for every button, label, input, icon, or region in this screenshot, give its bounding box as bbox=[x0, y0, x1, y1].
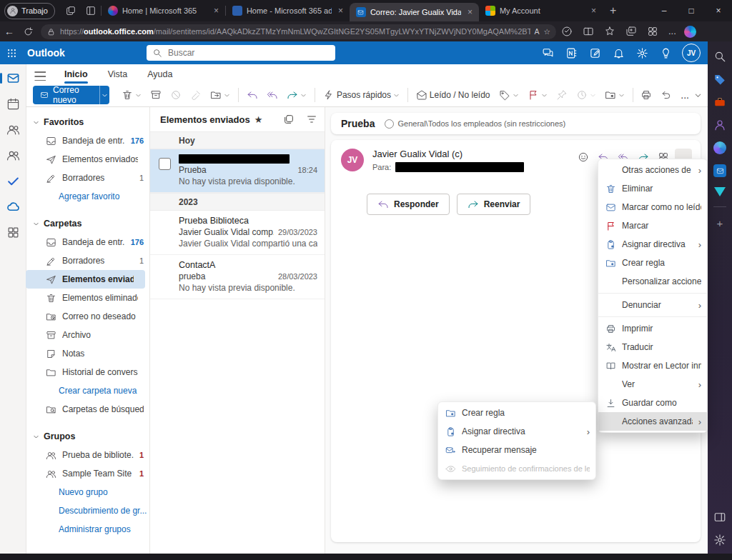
folder-item-inbox-fav[interactable]: Bandeja de entr...176 bbox=[26, 131, 149, 150]
message-row-selected[interactable]: Prueba18:24 No hay vista previa disponib… bbox=[150, 149, 325, 193]
search-box[interactable] bbox=[147, 45, 335, 61]
copilot-icon[interactable] bbox=[684, 26, 696, 38]
window-minimize-button[interactable]: – bbox=[651, 0, 678, 21]
url-box[interactable]: https://outlook.office.com/mail/sentitem… bbox=[41, 24, 556, 39]
favorite-star-icon[interactable]: ★ bbox=[254, 114, 263, 125]
favorites-icon[interactable] bbox=[604, 26, 615, 37]
message-row[interactable]: ContactA prueba28/03/2023 No hay vista p… bbox=[150, 255, 325, 299]
browser-essentials-icon[interactable] bbox=[561, 26, 573, 37]
submenu-item-create-rule[interactable]: Crear regla bbox=[438, 404, 595, 422]
add-favorite-link[interactable]: Agregar favorito bbox=[26, 187, 149, 206]
folder-item-inbox[interactable]: Bandeja de entr...176 bbox=[26, 233, 149, 251]
folder-item-junk[interactable]: Correo no deseado bbox=[26, 307, 149, 326]
sweep-button[interactable] bbox=[187, 86, 205, 104]
favorites-section-header[interactable]: Favoritos bbox=[26, 113, 149, 131]
menu-item-other-reply-actions[interactable]: Otras acciones de respu...› bbox=[598, 161, 707, 179]
split-screen-icon[interactable] bbox=[583, 26, 594, 37]
sidebar-add-icon[interactable]: + bbox=[717, 217, 723, 229]
browser-more-button[interactable]: ... bbox=[668, 26, 676, 37]
ribbon-tab-ayuda[interactable]: Ayuda bbox=[140, 66, 179, 82]
submenu-item-assign-policy[interactable]: Asignar directiva› bbox=[438, 422, 595, 441]
tab-close-icon[interactable]: × bbox=[465, 7, 475, 17]
folder-item-drafts-fav[interactable]: Borradores1 bbox=[26, 169, 149, 187]
responder-button[interactable]: Responder bbox=[367, 194, 450, 215]
app-launcher-button[interactable] bbox=[0, 48, 23, 59]
new-mail-split-button[interactable]: Correo nuevo bbox=[33, 86, 109, 104]
ribbon-tab-inicio[interactable]: Inicio bbox=[57, 66, 95, 82]
tab-my-account[interactable]: My Account × bbox=[479, 1, 603, 21]
tips-bulb-icon[interactable] bbox=[660, 47, 672, 59]
menu-item-create-rule[interactable]: Crear regla bbox=[598, 254, 707, 272]
group-header-today[interactable]: Hoy bbox=[150, 131, 325, 149]
sidebar-search-icon[interactable] bbox=[713, 50, 726, 63]
delete-button[interactable] bbox=[118, 86, 145, 104]
onenote-icon[interactable] bbox=[565, 47, 578, 59]
menu-item-mark-unread[interactable]: Marcar como no leído bbox=[598, 198, 707, 216]
sensitivity-label[interactable]: General\Todos los empleados (sin restric… bbox=[385, 119, 565, 129]
rules-button[interactable] bbox=[601, 86, 628, 104]
message-checkbox[interactable] bbox=[159, 158, 171, 170]
nav-toggle-icon[interactable] bbox=[33, 68, 46, 81]
vertical-tabs-icon[interactable] bbox=[85, 5, 97, 16]
tab-outlook-active[interactable]: Correo: Javier Gualix Vidal (c) - O × bbox=[350, 3, 479, 21]
contacts-icon[interactable] bbox=[713, 119, 726, 131]
todo-module-icon[interactable] bbox=[6, 174, 20, 188]
menu-item-assign-policy[interactable]: Asignar directiva› bbox=[598, 235, 707, 254]
sidebar-panel-icon[interactable] bbox=[713, 511, 726, 524]
people-module-icon[interactable] bbox=[6, 123, 20, 136]
read-unread-button[interactable]: Leído / No leído bbox=[412, 86, 494, 104]
shopping-tag-icon[interactable] bbox=[713, 73, 726, 86]
group-item-prueba[interactable]: Prueba de bibliote...1 bbox=[26, 446, 149, 464]
group-header-2023[interactable]: 2023 bbox=[150, 193, 325, 211]
m365-admin-icon[interactable] bbox=[713, 96, 726, 109]
menu-item-delete[interactable]: Eliminar bbox=[598, 179, 707, 198]
reenviar-button[interactable]: Reenviar bbox=[457, 194, 531, 215]
filter-icon[interactable] bbox=[306, 114, 317, 125]
archive-button[interactable] bbox=[147, 86, 165, 104]
ribbon-collapse-button[interactable] bbox=[694, 91, 702, 99]
calendar-module-icon[interactable] bbox=[6, 97, 20, 111]
groups-section-header[interactable]: Grupos bbox=[26, 427, 149, 446]
tab-home-m365[interactable]: Home | Microsoft 365 × bbox=[102, 1, 225, 21]
move-to-button[interactable] bbox=[207, 86, 234, 104]
folder-item-search-folders[interactable]: Carpetas de búsqueda bbox=[26, 400, 149, 419]
teams-chat-icon[interactable] bbox=[542, 47, 554, 59]
new-mail-dropdown[interactable] bbox=[99, 86, 110, 104]
sender-avatar[interactable]: JV bbox=[341, 149, 364, 171]
more-commands-button[interactable]: ... bbox=[677, 86, 693, 104]
message-row[interactable]: Prueba Biblioteca Javier Gualix Vidal co… bbox=[150, 211, 325, 255]
new-folder-link[interactable]: Crear carpeta nueva bbox=[26, 381, 149, 400]
report-button[interactable] bbox=[167, 86, 185, 104]
window-close-button[interactable]: × bbox=[705, 0, 732, 21]
notifications-bell-icon[interactable] bbox=[613, 47, 625, 59]
window-maximize-button[interactable]: □ bbox=[678, 0, 705, 21]
menu-item-view[interactable]: Ver› bbox=[598, 375, 707, 394]
read-aloud-button[interactable]: A bbox=[535, 27, 540, 36]
back-button[interactable]: ← bbox=[0, 26, 19, 37]
forward-button[interactable] bbox=[283, 86, 310, 104]
reply-all-button[interactable] bbox=[263, 86, 282, 104]
new-tab-button[interactable]: + bbox=[603, 4, 623, 17]
account-avatar[interactable]: JV bbox=[682, 44, 701, 62]
tab-admin-center[interactable]: Home - Microsoft 365 admin cen × bbox=[226, 1, 350, 21]
outlook-sidebar-icon[interactable] bbox=[713, 164, 726, 177]
folder-item-conversation-history[interactable]: Historial de conversa... bbox=[26, 363, 149, 381]
browser-profile-button[interactable]: Trabajo bbox=[4, 3, 55, 19]
menu-item-report[interactable]: Denunciar› bbox=[598, 296, 707, 314]
tab-close-icon[interactable]: × bbox=[589, 6, 598, 16]
groups-module-icon[interactable] bbox=[6, 149, 20, 162]
workspaces-icon[interactable] bbox=[65, 5, 76, 16]
extensions-icon[interactable] bbox=[647, 26, 658, 37]
sidebar-settings-icon[interactable] bbox=[713, 534, 726, 546]
settings-gear-icon[interactable] bbox=[636, 47, 648, 59]
refresh-button[interactable] bbox=[23, 26, 34, 37]
menu-item-customize-actions[interactable]: Personalizar acciones bbox=[598, 272, 707, 291]
designer-sidebar-icon[interactable] bbox=[714, 187, 726, 196]
menu-item-print[interactable]: Imprimir bbox=[598, 319, 707, 338]
search-input[interactable] bbox=[167, 47, 305, 59]
folder-item-drafts[interactable]: Borradores1 bbox=[26, 251, 149, 270]
select-messages-icon[interactable] bbox=[283, 114, 295, 125]
pin-button[interactable] bbox=[553, 86, 571, 104]
snooze-button[interactable] bbox=[573, 86, 600, 104]
react-smiley-button[interactable] bbox=[575, 149, 592, 166]
